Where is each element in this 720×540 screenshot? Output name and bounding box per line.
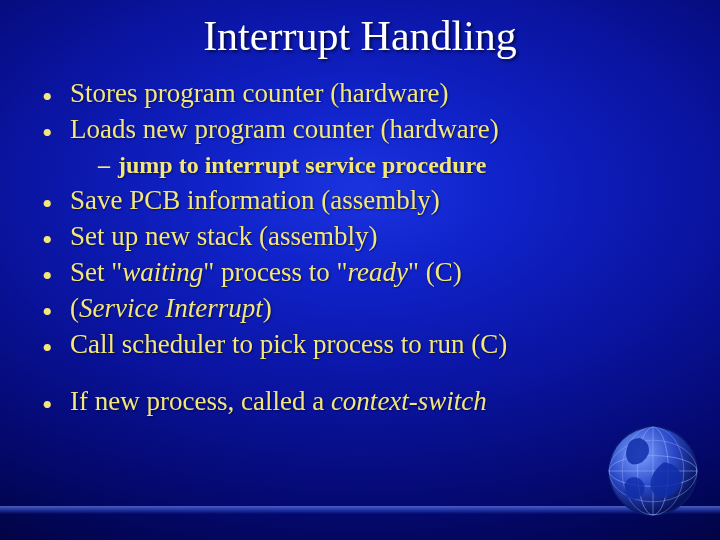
bullet-text: If new process, called a context-switch <box>70 388 487 415</box>
bullet-text: (Service Interrupt) <box>70 295 272 322</box>
bullet-icon: • <box>42 226 70 253</box>
bullet-row: •Save PCB information (assembly) <box>42 187 680 214</box>
bullet-icon: • <box>42 262 70 289</box>
bullet-icon: • <box>42 119 70 146</box>
slide-title: Interrupt Handling <box>0 12 720 60</box>
bullet-text: Set up new stack (assembly) <box>70 223 377 250</box>
bullet-row: •Set up new stack (assembly) <box>42 223 680 250</box>
bullet-row: •Call scheduler to pick process to run (… <box>42 331 680 358</box>
bullet-text: Call scheduler to pick process to run (C… <box>70 331 507 358</box>
dash-icon: – <box>98 152 118 179</box>
bullet-text: Save PCB information (assembly) <box>70 187 440 214</box>
bullet-row: •Stores program counter (hardware) <box>42 80 680 107</box>
bullet-row: •Loads new program counter (hardware) <box>42 116 680 143</box>
bullet-row: •(Service Interrupt) <box>42 295 680 322</box>
globe-icon <box>598 416 708 526</box>
bullet-row: •If new process, called a context-switch <box>42 388 680 415</box>
bullet-text: Set "waiting" process to "ready" (C) <box>70 259 462 286</box>
bullet-text: Stores program counter (hardware) <box>70 80 449 107</box>
slide-body: •Stores program counter (hardware)•Loads… <box>42 80 680 424</box>
bullet-icon: • <box>42 391 70 418</box>
sub-bullet-row: –jump to interrupt service procedure <box>98 152 680 179</box>
sub-bullet-text: jump to interrupt service procedure <box>118 152 486 179</box>
bullet-icon: • <box>42 83 70 110</box>
bullet-icon: • <box>42 334 70 361</box>
bullet-row: •Set "waiting" process to "ready" (C) <box>42 259 680 286</box>
bullet-icon: • <box>42 190 70 217</box>
bullet-icon: • <box>42 298 70 325</box>
slide: Interrupt Handling •Stores program count… <box>0 0 720 540</box>
bullet-text: Loads new program counter (hardware) <box>70 116 499 143</box>
